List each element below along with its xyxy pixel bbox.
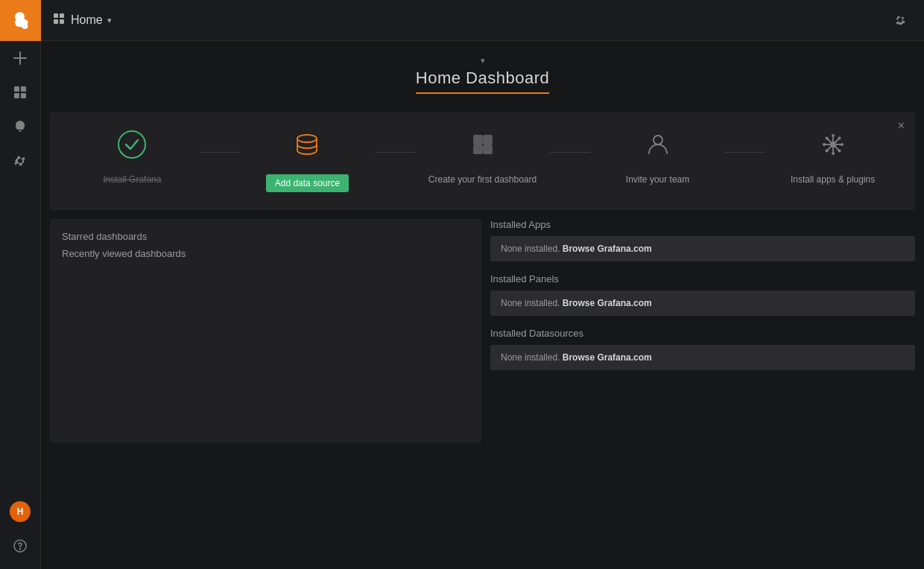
svg-rect-13: [484, 136, 492, 144]
installed-panels-link[interactable]: Browse Grafana.com: [563, 298, 652, 308]
install-grafana-label: Install Grafana: [103, 174, 161, 185]
svg-rect-12: [474, 136, 482, 144]
step-connector-3: [550, 152, 590, 153]
sidebar-add[interactable]: [0, 41, 41, 75]
main-area: Home ▾ ▾ Home Dashboard ×: [41, 0, 924, 569]
recently-viewed-link[interactable]: Recently viewed dashboards: [62, 248, 469, 259]
step-install-plugins: Install apps & plugins: [765, 130, 900, 185]
installed-panels-title: Installed Panels: [490, 273, 915, 284]
svg-point-16: [654, 136, 662, 144]
two-column-layout: Starred dashboards Recently viewed dashb…: [50, 219, 915, 442]
getting-started-panel: × Install Grafana: [50, 112, 915, 210]
avatar-initials: H: [17, 506, 24, 517]
installed-apps-link[interactable]: Browse Grafana.com: [563, 244, 652, 254]
page-title: Home Dashboard: [416, 69, 549, 94]
svg-point-22: [832, 134, 835, 137]
svg-point-24: [823, 143, 826, 146]
svg-rect-9: [60, 19, 64, 24]
user-avatar[interactable]: H: [0, 495, 41, 529]
installed-apps-message: None installed.: [501, 244, 560, 254]
svg-rect-6: [54, 13, 58, 18]
svg-point-26: [825, 137, 828, 140]
svg-point-25: [841, 143, 844, 146]
installed-apps-box: None installed. Browse Grafana.com: [490, 236, 915, 261]
step-invite-team: Invite your team: [590, 130, 725, 185]
installed-datasources-message: None installed.: [501, 352, 560, 363]
svg-rect-2: [14, 93, 19, 98]
svg-point-5: [20, 549, 21, 550]
install-grafana-icon: [117, 130, 147, 165]
installed-datasources-box: None installed. Browse Grafana.com: [490, 345, 915, 370]
svg-rect-14: [474, 145, 482, 153]
sidebar-help[interactable]: [0, 529, 41, 563]
install-plugins-icon: [818, 130, 848, 165]
step-install-grafana: Install Grafana: [65, 130, 200, 185]
close-getting-started-button[interactable]: ×: [898, 119, 905, 133]
topbar-settings-button[interactable]: [888, 8, 912, 32]
invite-team-label: Invite your team: [626, 174, 689, 185]
svg-point-11: [297, 135, 317, 142]
step-connector-2: [375, 152, 415, 153]
svg-point-10: [118, 131, 145, 158]
create-dashboard-label: Create your first dashboard: [428, 174, 537, 185]
topbar: Home ▾: [41, 0, 924, 41]
steps-row: Install Grafana Add data source: [65, 130, 900, 192]
svg-rect-8: [54, 19, 58, 24]
installed-datasources-title: Installed Datasources: [490, 328, 915, 339]
installed-panels-section: Installed Panels None installed. Browse …: [490, 273, 915, 316]
installed-panels-box: None installed. Browse Grafana.com: [490, 290, 915, 316]
starred-dashboards-link[interactable]: Starred dashboards: [62, 231, 469, 242]
svg-point-29: [825, 150, 828, 153]
step-connector-1: [200, 152, 240, 153]
installed-datasources-section: Installed Datasources None installed. Br…: [490, 328, 915, 370]
sidebar-dashboards[interactable]: [0, 75, 41, 109]
svg-rect-15: [484, 145, 492, 153]
installed-datasources-link[interactable]: Browse Grafana.com: [563, 352, 652, 363]
sidebar: H: [0, 0, 41, 569]
svg-point-28: [838, 137, 841, 140]
svg-rect-7: [60, 13, 64, 18]
left-panel: Starred dashboards Recently viewed dashb…: [50, 219, 481, 442]
dashboard-collapse-arrow[interactable]: ▾: [41, 56, 924, 66]
svg-point-23: [832, 152, 835, 155]
grid-icon: [53, 13, 65, 28]
topbar-chevron: ▾: [107, 16, 112, 25]
sidebar-alerting[interactable]: [0, 109, 41, 144]
content-area: ▾ Home Dashboard × Install Grafana: [41, 41, 924, 569]
svg-rect-0: [14, 86, 19, 92]
step-add-datasource: Add data source: [240, 130, 375, 192]
svg-rect-3: [21, 93, 26, 98]
topbar-title-text: Home: [71, 13, 103, 27]
svg-rect-1: [21, 86, 26, 92]
sidebar-configuration[interactable]: [0, 144, 41, 178]
step-create-dashboard: Create your first dashboard: [415, 130, 550, 185]
right-panel: Installed Apps None installed. Browse Gr…: [490, 219, 915, 442]
add-datasource-icon: [292, 130, 322, 165]
invite-team-icon: [643, 130, 673, 165]
create-dashboard-icon: [468, 130, 498, 165]
dashboard-header: ▾ Home Dashboard: [41, 41, 924, 112]
sidebar-bottom: H: [0, 495, 41, 569]
topbar-title[interactable]: Home ▾: [71, 13, 112, 27]
grafana-logo[interactable]: [0, 0, 41, 41]
avatar-circle: H: [10, 501, 31, 522]
installed-apps-title: Installed Apps: [490, 219, 915, 230]
step-connector-4: [725, 152, 765, 153]
install-plugins-label: Install apps & plugins: [791, 174, 875, 185]
installed-panels-message: None installed.: [501, 298, 560, 308]
add-data-source-button[interactable]: Add data source: [266, 174, 349, 192]
installed-apps-section: Installed Apps None installed. Browse Gr…: [490, 219, 915, 261]
svg-point-27: [838, 150, 841, 153]
